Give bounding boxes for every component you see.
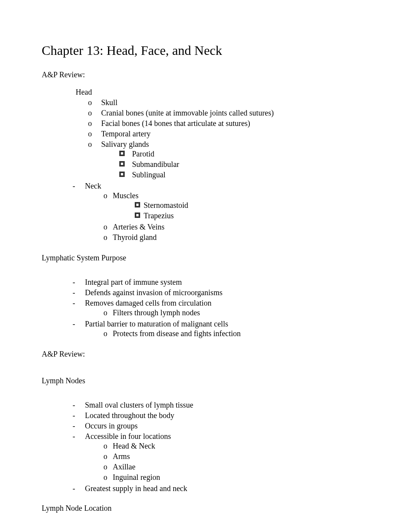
list-item-text: Submandibular xyxy=(132,160,368,169)
list-item-text: Salivary glands xyxy=(101,140,149,148)
circle-bullet-icon: o xyxy=(88,129,101,139)
circle-bullet-icon: o xyxy=(100,233,113,242)
lymph-purpose-heading: Lymphatic System Purpose xyxy=(42,253,368,263)
circle-bullet-icon: o xyxy=(100,473,113,482)
dash-bullet-icon: - xyxy=(69,277,85,287)
list-item: - Partial barrier to maturation of malig… xyxy=(69,319,368,339)
dash-bullet-icon: - xyxy=(69,400,85,410)
circle-bullet-icon: o xyxy=(100,308,113,318)
list-item-text: Defends against invasion of microorganis… xyxy=(85,288,368,297)
accessible-sublist: o Head & Neck o Arms o Axillae o Inguina… xyxy=(85,441,368,482)
list-item: - Located throughout the body xyxy=(69,411,368,420)
list-item: - Defends against invasion of microorgan… xyxy=(69,288,368,297)
lymph-purpose-list: - Integral part of immune system - Defen… xyxy=(69,277,368,339)
lymph-nodes-list: - Small oval clusters of lymph tissue - … xyxy=(69,400,368,493)
circle-bullet-icon: o xyxy=(100,441,113,451)
list-item: - Small oval clusters of lymph tissue xyxy=(69,400,368,410)
list-item-text: Axillae xyxy=(113,462,368,472)
removes-sublist: o Filters through lymph nodes xyxy=(85,308,368,318)
list-item: 🞑 Sternomastoid xyxy=(130,201,368,210)
salivary-sublist: 🞑 Parotid 🞑 Submandibular 🞑 Sublingual xyxy=(101,149,368,180)
chapter-title: Chapter 13: Head, Face, and Neck xyxy=(42,42,368,59)
dash-bullet-icon: - xyxy=(69,484,85,493)
list-item-text: Thyroid gland xyxy=(113,233,368,242)
dash-bullet-icon: - xyxy=(69,421,85,431)
list-item: 🞑 Trapezius xyxy=(130,211,368,221)
list-item-text: Accessible in four locations xyxy=(85,432,171,440)
list-item: o Salivary glands 🞑 Parotid 🞑 Submandibu… xyxy=(88,139,368,180)
list-item: o Filters through lymph nodes xyxy=(100,308,368,318)
list-item: o Thyroid gland xyxy=(100,233,368,242)
circle-bullet-icon: o xyxy=(100,329,113,338)
list-item-text: Located throughout the body xyxy=(85,411,368,420)
list-item-text: Filters through lymph nodes xyxy=(113,308,368,318)
list-item: o Arms xyxy=(100,452,368,461)
list-item: o Temporal artery xyxy=(88,129,368,139)
list-item: o Cranial bones (unite at immovable join… xyxy=(88,108,368,118)
list-item-text: Skull xyxy=(101,98,368,107)
head-label: Head xyxy=(76,87,368,97)
list-item-text: Head & Neck xyxy=(113,441,368,451)
list-item: o Muscles 🞑 Sternomastoid 🞑 Trapezius xyxy=(100,191,368,221)
list-item: o Inguinal region xyxy=(100,473,368,482)
muscles-sublist: 🞑 Sternomastoid 🞑 Trapezius xyxy=(113,201,368,221)
dash-bullet-icon: - xyxy=(69,411,85,420)
list-item-text: Partial barrier to maturation of maligna… xyxy=(85,320,228,328)
list-item-text: Facial bones (14 bones that articulate a… xyxy=(101,119,368,128)
circle-bullet-icon: o xyxy=(100,191,113,201)
list-item-text: Removes damaged cells from circulation xyxy=(85,299,212,307)
list-item-text: Occurs in groups xyxy=(85,421,368,431)
list-item-text: Temporal artery xyxy=(101,129,368,139)
list-item: o Head & Neck xyxy=(100,441,368,451)
list-item-text: Parotid xyxy=(132,149,368,159)
lymph-node-location-heading: Lymph Node Location xyxy=(42,503,368,513)
partial-sublist: o Protects from disease and fights infec… xyxy=(85,329,368,338)
list-item: - Neck o Muscles 🞑 Sternomastoid xyxy=(69,181,368,243)
list-item: 🞑 Submandibular xyxy=(119,160,368,169)
list-item: - Accessible in four locations o Head & … xyxy=(69,432,368,483)
circle-bullet-icon: o xyxy=(100,222,113,232)
head-sublist: o Skull o Cranial bones (unite at immova… xyxy=(88,98,368,180)
list-item: o Axillae xyxy=(100,462,368,472)
list-item-text: Small oval clusters of lymph tissue xyxy=(85,400,368,410)
square-bullet-icon: 🞑 xyxy=(119,171,132,178)
list-item-text: Cranial bones (unite at immovable joints… xyxy=(101,108,368,118)
list-item-text: Integral part of immune system xyxy=(85,277,368,287)
list-item: - Occurs in groups xyxy=(69,421,368,431)
list-item: - Greatest supply in head and neck xyxy=(69,484,368,493)
neck-list: - Neck o Muscles 🞑 Sternomastoid xyxy=(69,181,368,243)
list-item: 🞑 Parotid xyxy=(119,149,368,159)
dash-bullet-icon: - xyxy=(69,319,85,329)
square-bullet-icon: 🞑 xyxy=(130,201,144,209)
list-item: o Skull xyxy=(88,98,368,107)
circle-bullet-icon: o xyxy=(88,108,101,118)
list-item-text: Sublingual xyxy=(132,170,368,180)
circle-bullet-icon: o xyxy=(88,139,101,149)
lymph-nodes-heading: Lymph Nodes xyxy=(42,376,368,386)
list-item-text: Arms xyxy=(113,452,368,461)
list-item-text: Greatest supply in head and neck xyxy=(85,484,368,493)
dash-bullet-icon: - xyxy=(69,432,85,441)
neck-label: Neck xyxy=(85,182,101,190)
list-item-text: Protects from disease and fights infecti… xyxy=(113,329,368,338)
list-item-text: Arteries & Veins xyxy=(113,222,368,232)
dash-bullet-icon: - xyxy=(69,298,85,308)
square-bullet-icon: 🞑 xyxy=(119,150,132,158)
list-item-text: Inguinal region xyxy=(113,473,368,482)
square-bullet-icon: 🞑 xyxy=(130,212,144,219)
circle-bullet-icon: o xyxy=(100,462,113,472)
neck-sublist: o Muscles 🞑 Sternomastoid 🞑 Trapezius xyxy=(85,191,368,242)
list-item-text: Sternomastoid xyxy=(144,201,368,210)
list-item: - Integral part of immune system xyxy=(69,277,368,287)
dash-bullet-icon: - xyxy=(69,181,85,191)
circle-bullet-icon: o xyxy=(88,98,101,107)
ap-review-heading-1: A&P Review: xyxy=(42,70,368,80)
list-item: o Protects from disease and fights infec… xyxy=(100,329,368,338)
dash-bullet-icon: - xyxy=(69,288,85,297)
list-item: - Removes damaged cells from circulation… xyxy=(69,298,368,318)
ap-review-heading-2: A&P Review: xyxy=(42,349,368,359)
circle-bullet-icon: o xyxy=(88,119,101,128)
square-bullet-icon: 🞑 xyxy=(119,160,132,168)
list-item-text: Trapezius xyxy=(144,211,368,221)
list-item: o Facial bones (14 bones that articulate… xyxy=(88,119,368,128)
